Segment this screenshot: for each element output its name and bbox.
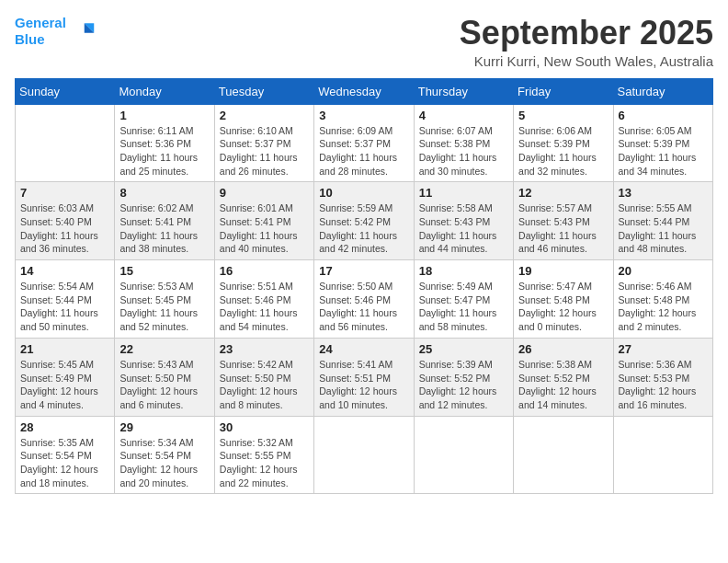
day-info: Sunrise: 6:06 AMSunset: 5:39 PMDaylight:… <box>518 124 608 178</box>
calendar-cell: 18Sunrise: 5:49 AMSunset: 5:47 PMDayligh… <box>414 260 513 339</box>
calendar-cell: 26Sunrise: 5:38 AMSunset: 5:52 PMDayligh… <box>514 338 613 416</box>
calendar-cell: 27Sunrise: 5:36 AMSunset: 5:53 PMDayligh… <box>613 338 712 416</box>
title-block: September 2025 Kurri Kurri, New South Wa… <box>460 15 713 69</box>
day-number: 20 <box>619 264 708 278</box>
calendar-cell: 3Sunrise: 6:09 AMSunset: 5:37 PMDaylight… <box>314 104 414 182</box>
calendar-week-row: 28Sunrise: 5:35 AMSunset: 5:54 PMDayligh… <box>16 416 713 494</box>
day-number: 28 <box>20 420 109 434</box>
calendar-cell: 30Sunrise: 5:32 AMSunset: 5:55 PMDayligh… <box>214 416 313 494</box>
calendar-cell: 25Sunrise: 5:39 AMSunset: 5:52 PMDayligh… <box>414 338 513 416</box>
col-header-thursday: Thursday <box>414 78 513 104</box>
day-number: 6 <box>619 109 708 122</box>
day-info: Sunrise: 5:49 AMSunset: 5:47 PMDaylight:… <box>419 280 508 334</box>
day-info: Sunrise: 5:59 AMSunset: 5:42 PMDaylight:… <box>319 201 408 256</box>
day-number: 17 <box>319 264 408 278</box>
day-info: Sunrise: 5:54 AMSunset: 5:44 PMDaylight:… <box>20 280 109 334</box>
day-info: Sunrise: 5:42 AMSunset: 5:50 PMDaylight:… <box>220 358 309 412</box>
day-number: 5 <box>518 109 608 122</box>
day-number: 13 <box>619 186 708 200</box>
calendar-cell: 7Sunrise: 6:03 AMSunset: 5:40 PMDaylight… <box>16 182 115 260</box>
month-title: September 2025 <box>460 15 713 52</box>
calendar-cell: 10Sunrise: 5:59 AMSunset: 5:42 PMDayligh… <box>314 182 414 260</box>
col-header-sunday: Sunday <box>16 78 115 104</box>
calendar-cell: 17Sunrise: 5:50 AMSunset: 5:46 PMDayligh… <box>314 260 414 339</box>
day-info: Sunrise: 6:07 AMSunset: 5:38 PMDaylight:… <box>419 124 508 178</box>
calendar-cell: 23Sunrise: 5:42 AMSunset: 5:50 PMDayligh… <box>214 338 313 416</box>
calendar-cell: 13Sunrise: 5:55 AMSunset: 5:44 PMDayligh… <box>613 182 712 260</box>
logo-line2: Blue <box>15 31 45 47</box>
day-number: 7 <box>20 186 109 200</box>
calendar-cell: 15Sunrise: 5:53 AMSunset: 5:45 PMDayligh… <box>115 260 214 339</box>
day-info: Sunrise: 5:43 AMSunset: 5:50 PMDaylight:… <box>119 358 209 412</box>
day-number: 12 <box>518 186 608 200</box>
day-number: 2 <box>220 109 309 122</box>
logo-icon <box>70 18 96 44</box>
calendar-cell: 20Sunrise: 5:46 AMSunset: 5:48 PMDayligh… <box>613 260 712 339</box>
day-info: Sunrise: 5:55 AMSunset: 5:44 PMDaylight:… <box>619 201 708 256</box>
day-info: Sunrise: 5:51 AMSunset: 5:46 PMDaylight:… <box>220 280 309 334</box>
day-number: 14 <box>20 264 109 278</box>
calendar-cell: 22Sunrise: 5:43 AMSunset: 5:50 PMDayligh… <box>115 338 214 416</box>
calendar-week-row: 7Sunrise: 6:03 AMSunset: 5:40 PMDaylight… <box>16 182 713 260</box>
calendar-cell: 24Sunrise: 5:41 AMSunset: 5:51 PMDayligh… <box>314 338 414 416</box>
calendar-cell: 28Sunrise: 5:35 AMSunset: 5:54 PMDayligh… <box>16 416 115 494</box>
day-info: Sunrise: 5:41 AMSunset: 5:51 PMDaylight:… <box>319 358 408 412</box>
day-info: Sunrise: 6:05 AMSunset: 5:39 PMDaylight:… <box>619 124 708 178</box>
calendar-cell: 5Sunrise: 6:06 AMSunset: 5:39 PMDaylight… <box>514 104 613 182</box>
page-header: General Blue September 2025 Kurri Kurri,… <box>15 15 713 69</box>
day-info: Sunrise: 5:34 AMSunset: 5:54 PMDaylight:… <box>119 436 209 490</box>
day-info: Sunrise: 5:32 AMSunset: 5:55 PMDaylight:… <box>220 436 309 490</box>
calendar-table: SundayMondayTuesdayWednesdayThursdayFrid… <box>15 78 713 495</box>
day-info: Sunrise: 6:11 AMSunset: 5:36 PMDaylight:… <box>119 124 209 178</box>
calendar-cell: 8Sunrise: 6:02 AMSunset: 5:41 PMDaylight… <box>115 182 214 260</box>
day-info: Sunrise: 5:53 AMSunset: 5:45 PMDaylight:… <box>119 280 209 334</box>
col-header-wednesday: Wednesday <box>314 78 414 104</box>
calendar-week-row: 21Sunrise: 5:45 AMSunset: 5:49 PMDayligh… <box>16 338 713 416</box>
day-number: 1 <box>119 109 209 122</box>
day-number: 16 <box>220 264 309 278</box>
calendar-cell: 2Sunrise: 6:10 AMSunset: 5:37 PMDaylight… <box>214 104 313 182</box>
col-header-saturday: Saturday <box>613 78 712 104</box>
calendar-cell <box>16 104 115 182</box>
day-info: Sunrise: 5:46 AMSunset: 5:48 PMDaylight:… <box>619 280 708 334</box>
day-number: 4 <box>419 109 508 122</box>
day-number: 24 <box>319 342 408 356</box>
day-number: 25 <box>419 342 508 356</box>
day-info: Sunrise: 5:57 AMSunset: 5:43 PMDaylight:… <box>518 201 608 256</box>
day-info: Sunrise: 6:01 AMSunset: 5:41 PMDaylight:… <box>220 201 309 256</box>
day-info: Sunrise: 5:50 AMSunset: 5:46 PMDaylight:… <box>319 280 408 334</box>
day-info: Sunrise: 5:35 AMSunset: 5:54 PMDaylight:… <box>20 436 109 490</box>
day-info: Sunrise: 5:45 AMSunset: 5:49 PMDaylight:… <box>20 358 109 412</box>
calendar-cell <box>514 416 613 494</box>
day-number: 26 <box>518 342 608 356</box>
calendar-cell: 12Sunrise: 5:57 AMSunset: 5:43 PMDayligh… <box>514 182 613 260</box>
day-number: 22 <box>119 342 209 356</box>
calendar-week-row: 14Sunrise: 5:54 AMSunset: 5:44 PMDayligh… <box>16 260 713 339</box>
day-info: Sunrise: 6:09 AMSunset: 5:37 PMDaylight:… <box>319 124 408 178</box>
calendar-cell: 21Sunrise: 5:45 AMSunset: 5:49 PMDayligh… <box>16 338 115 416</box>
col-header-monday: Monday <box>115 78 214 104</box>
day-info: Sunrise: 5:38 AMSunset: 5:52 PMDaylight:… <box>518 358 608 412</box>
day-number: 18 <box>419 264 508 278</box>
calendar-cell: 11Sunrise: 5:58 AMSunset: 5:43 PMDayligh… <box>414 182 513 260</box>
day-number: 30 <box>220 420 309 434</box>
day-number: 15 <box>119 264 209 278</box>
calendar-cell: 19Sunrise: 5:47 AMSunset: 5:48 PMDayligh… <box>514 260 613 339</box>
calendar-header-row: SundayMondayTuesdayWednesdayThursdayFrid… <box>16 78 713 104</box>
day-info: Sunrise: 5:36 AMSunset: 5:53 PMDaylight:… <box>619 358 708 412</box>
day-info: Sunrise: 5:39 AMSunset: 5:52 PMDaylight:… <box>419 358 508 412</box>
col-header-tuesday: Tuesday <box>214 78 313 104</box>
day-number: 27 <box>619 342 708 356</box>
day-number: 19 <box>518 264 608 278</box>
calendar-cell: 9Sunrise: 6:01 AMSunset: 5:41 PMDaylight… <box>214 182 313 260</box>
day-number: 9 <box>220 186 309 200</box>
calendar-cell: 1Sunrise: 6:11 AMSunset: 5:36 PMDaylight… <box>115 104 214 182</box>
day-info: Sunrise: 5:47 AMSunset: 5:48 PMDaylight:… <box>518 280 608 334</box>
col-header-friday: Friday <box>514 78 613 104</box>
day-info: Sunrise: 6:03 AMSunset: 5:40 PMDaylight:… <box>20 201 109 256</box>
logo-text: General Blue <box>15 15 66 48</box>
day-number: 21 <box>20 342 109 356</box>
day-number: 8 <box>119 186 209 200</box>
calendar-cell <box>613 416 712 494</box>
calendar-week-row: 1Sunrise: 6:11 AMSunset: 5:36 PMDaylight… <box>16 104 713 182</box>
